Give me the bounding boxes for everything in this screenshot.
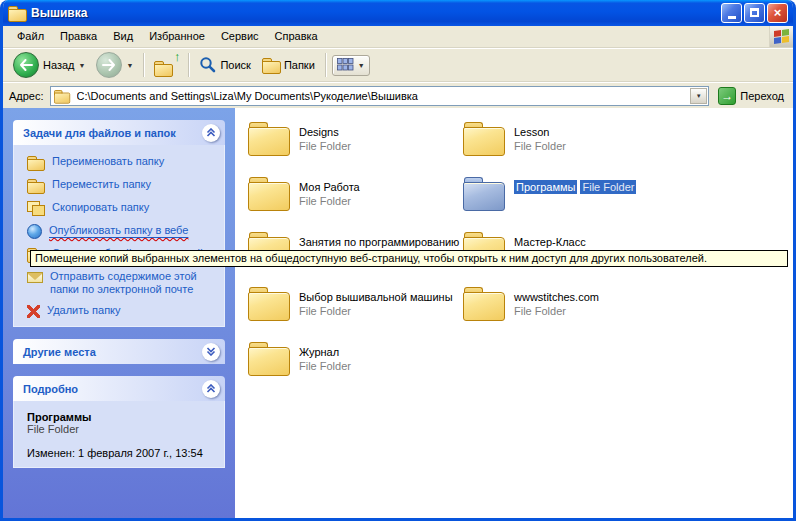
views-button[interactable]: ▼ (332, 55, 370, 76)
address-label: Адрес: (9, 90, 44, 102)
chevron-up-icon[interactable] (202, 124, 220, 142)
views-dropdown-icon: ▼ (358, 62, 365, 69)
task-move-folder[interactable]: Переместить папку (27, 178, 218, 193)
details-title: Подробно (23, 383, 78, 395)
other-places-header[interactable]: Другие места (13, 339, 225, 364)
email-icon (27, 272, 43, 283)
address-folder-icon (54, 90, 69, 102)
file-tile-lesson[interactable]: Lesson File Folder (463, 122, 678, 177)
file-name: Designs (299, 125, 351, 139)
details-header[interactable]: Подробно (13, 376, 225, 401)
task-label: Отправить содержимое этой папки по элект… (50, 270, 218, 296)
file-name: Lesson (514, 125, 566, 139)
task-delete-folder[interactable]: Удалить папку (27, 304, 218, 318)
search-button[interactable]: Поиск (195, 54, 254, 77)
tooltip: Помещение копий выбранных элементов на о… (30, 250, 788, 267)
folders-button[interactable]: Папки (258, 56, 319, 74)
go-button[interactable]: → Переход (715, 87, 787, 105)
file-tile-vybor-mashiny[interactable]: Выбор вышивальной машины File Folder (248, 287, 463, 342)
go-label: Переход (740, 90, 784, 102)
section-file-folder-tasks: Задачи для файлов и папок Переименовать … (13, 120, 225, 327)
task-label: Скопировать папку (52, 201, 149, 214)
file-type: File Folder (299, 304, 453, 318)
folder-icon (248, 287, 290, 320)
file-name: wwwstitches.com (514, 290, 599, 304)
windows-logo (769, 26, 793, 47)
go-icon: → (718, 87, 736, 105)
chevron-up-icon[interactable] (202, 380, 220, 398)
file-name: Моя Работа (299, 180, 360, 194)
menu-bar: Файл Правка Вид Избранное Сервис Справка (3, 26, 793, 48)
back-dropdown-icon[interactable]: ▼ (79, 62, 86, 69)
menu-edit[interactable]: Правка (52, 26, 105, 47)
task-label: Удалить папку (47, 304, 121, 317)
file-name: Занятия по программированию (299, 235, 459, 249)
folder-icon (463, 122, 505, 155)
menu-view[interactable]: Вид (105, 26, 141, 47)
maximize-button[interactable] (744, 3, 765, 23)
file-tile-designs[interactable]: Designs File Folder (248, 122, 463, 177)
task-email-folder[interactable]: Отправить содержимое этой папки по элект… (27, 270, 218, 296)
details-item-type: File Folder (27, 423, 218, 435)
file-name: Журнал (299, 345, 351, 359)
window-title: Вышивка (31, 6, 716, 20)
file-tile-programmy-selected[interactable]: Программы File Folder (463, 177, 678, 232)
file-type: File Folder (514, 139, 566, 153)
file-type: File Folder (299, 194, 360, 208)
menu-favorites[interactable]: Избранное (141, 26, 213, 47)
file-name: Выбор вышивальной машины (299, 290, 453, 304)
task-label: Переместить папку (52, 178, 151, 191)
publish-web-icon (27, 224, 42, 239)
up-folder-icon: ↑ (154, 55, 178, 75)
details-item-modified: Изменен: 1 февраля 2007 г., 13:54 (27, 447, 218, 459)
rename-folder-icon (27, 155, 45, 170)
folder-icon (248, 177, 290, 210)
windows-flag-icon (774, 29, 789, 44)
close-icon: × (774, 5, 782, 20)
window-folder-icon (8, 6, 26, 20)
forward-button[interactable]: ▼ (92, 50, 137, 80)
task-label: Переименовать папку (52, 155, 164, 168)
file-folder-tasks-title: Задачи для файлов и папок (23, 127, 176, 139)
other-places-title: Другие места (23, 346, 96, 358)
file-tile-zhurnal[interactable]: Журнал File Folder (248, 342, 463, 397)
up-button[interactable]: ↑ (150, 53, 182, 77)
menu-help[interactable]: Справка (267, 26, 326, 47)
folder-icon (248, 122, 290, 155)
file-type: File Folder (580, 180, 636, 194)
folders-label: Папки (284, 59, 315, 71)
chevron-down-icon[interactable] (202, 343, 220, 361)
details-item-name: Программы (27, 411, 218, 423)
content-area: Задачи для файлов и папок Переименовать … (3, 108, 793, 518)
minimize-button[interactable] (721, 3, 742, 23)
file-folder-tasks-body: Переименовать папку Переместить папку Ск… (13, 145, 225, 327)
file-type: File Folder (299, 139, 351, 153)
file-folder-tasks-header[interactable]: Задачи для файлов и папок (13, 120, 225, 145)
section-other-places: Другие места (13, 339, 225, 364)
address-path: C:\Documents and Settings\Liza\My Docume… (77, 90, 686, 102)
standard-toolbar: Назад ▼ ▼ ↑ Поиск Папки (3, 48, 793, 82)
task-publish-folder-web[interactable]: Опубликовать папку в вебе (27, 224, 218, 239)
title-bar: Вышивка × (3, 0, 793, 26)
close-button[interactable]: × (767, 3, 788, 23)
red-squiggle-annotation: Опубликовать папку в вебе (49, 224, 188, 237)
menu-tools[interactable]: Сервис (213, 26, 267, 47)
section-details: Подробно Программы File Folder Изменен: … (13, 376, 225, 468)
minimize-icon (728, 16, 736, 19)
file-name: Программы (514, 180, 577, 194)
back-button[interactable]: Назад ▼ (9, 50, 89, 80)
file-tile-wwwstitches[interactable]: wwwstitches.com File Folder (463, 287, 678, 342)
address-dropdown-button[interactable]: ▼ (690, 88, 707, 104)
folder-icon (463, 287, 505, 320)
search-icon (199, 56, 216, 75)
views-icon (337, 58, 354, 73)
address-input[interactable]: C:\Documents and Settings\Liza\My Docume… (50, 86, 710, 106)
file-tile-moya-rabota[interactable]: Моя Работа File Folder (248, 177, 463, 232)
search-label: Поиск (220, 59, 250, 71)
menu-file[interactable]: Файл (9, 26, 52, 47)
task-rename-folder[interactable]: Переименовать папку (27, 155, 218, 170)
file-name: Мастер-Класс (514, 235, 586, 249)
toolbar-separator (143, 53, 144, 77)
task-copy-folder[interactable]: Скопировать папку (27, 201, 218, 216)
toolbar-separator (188, 53, 189, 77)
